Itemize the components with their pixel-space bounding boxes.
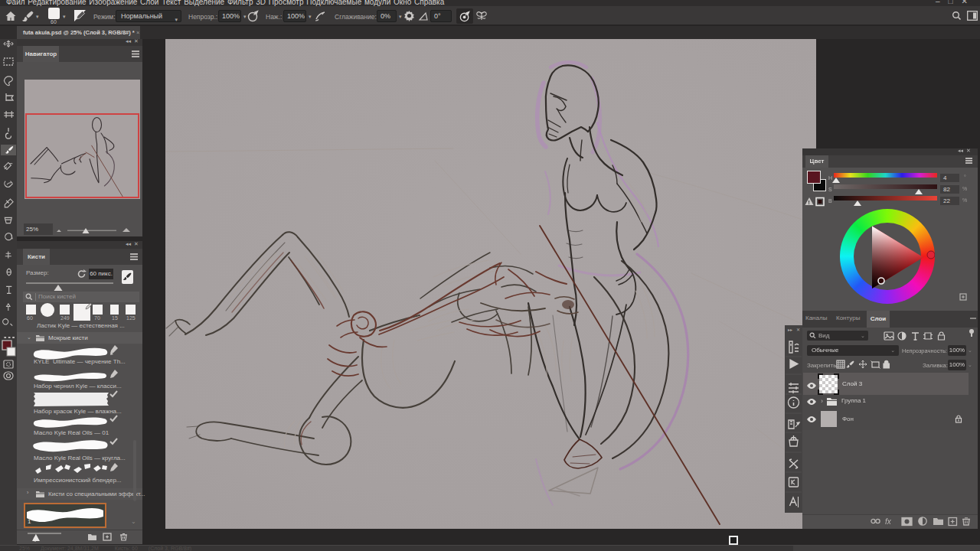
- svg-text:!: !: [808, 199, 810, 206]
- svg-text:✕: ✕: [796, 328, 800, 332]
- svg-text:fx: fx: [885, 517, 892, 526]
- svg-text:▸▸: ▸▸: [788, 328, 792, 332]
